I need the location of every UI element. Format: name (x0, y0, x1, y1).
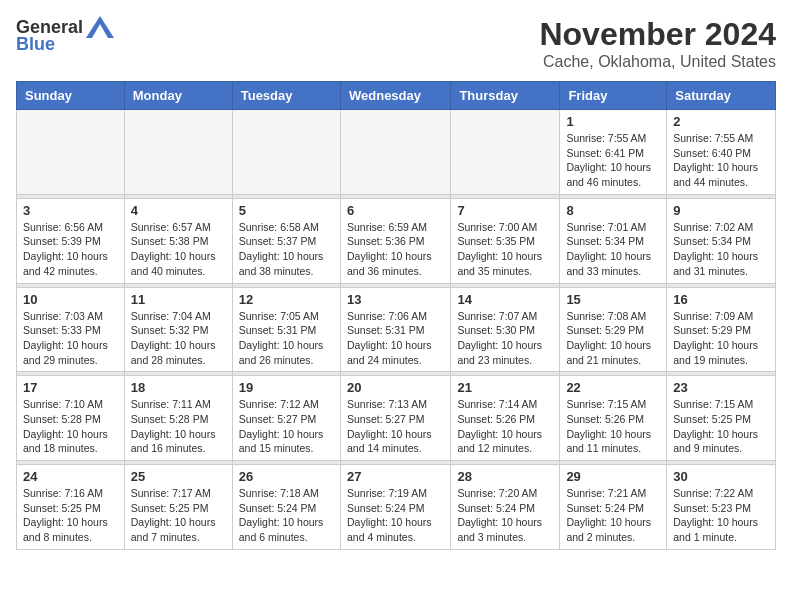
header-wednesday: Wednesday (340, 82, 450, 110)
logo: General Blue (16, 16, 114, 55)
day-info-17: Sunrise: 7:10 AM Sunset: 5:28 PM Dayligh… (23, 397, 118, 456)
calendar-cell-w3-d4: 21Sunrise: 7:14 AM Sunset: 5:26 PM Dayli… (451, 376, 560, 461)
day-info-20: Sunrise: 7:13 AM Sunset: 5:27 PM Dayligh… (347, 397, 444, 456)
calendar-cell-w3-d1: 18Sunrise: 7:11 AM Sunset: 5:28 PM Dayli… (124, 376, 232, 461)
day-number-21: 21 (457, 380, 553, 395)
day-number-12: 12 (239, 292, 334, 307)
day-number-17: 17 (23, 380, 118, 395)
calendar-cell-w0-d6: 2Sunrise: 7:55 AM Sunset: 6:40 PM Daylig… (667, 110, 776, 195)
day-number-25: 25 (131, 469, 226, 484)
day-number-11: 11 (131, 292, 226, 307)
header-saturday: Saturday (667, 82, 776, 110)
day-number-3: 3 (23, 203, 118, 218)
day-number-16: 16 (673, 292, 769, 307)
day-info-27: Sunrise: 7:19 AM Sunset: 5:24 PM Dayligh… (347, 486, 444, 545)
day-number-7: 7 (457, 203, 553, 218)
calendar-cell-w4-d2: 26Sunrise: 7:18 AM Sunset: 5:24 PM Dayli… (232, 465, 340, 550)
calendar-cell-w2-d1: 11Sunrise: 7:04 AM Sunset: 5:32 PM Dayli… (124, 287, 232, 372)
calendar-cell-w0-d1 (124, 110, 232, 195)
logo-icon (86, 16, 114, 38)
day-number-22: 22 (566, 380, 660, 395)
day-number-28: 28 (457, 469, 553, 484)
calendar-cell-w4-d4: 28Sunrise: 7:20 AM Sunset: 5:24 PM Dayli… (451, 465, 560, 550)
day-number-14: 14 (457, 292, 553, 307)
day-number-4: 4 (131, 203, 226, 218)
day-info-25: Sunrise: 7:17 AM Sunset: 5:25 PM Dayligh… (131, 486, 226, 545)
calendar-cell-w1-d5: 8Sunrise: 7:01 AM Sunset: 5:34 PM Daylig… (560, 198, 667, 283)
calendar-cell-w4-d6: 30Sunrise: 7:22 AM Sunset: 5:23 PM Dayli… (667, 465, 776, 550)
calendar-cell-w0-d5: 1Sunrise: 7:55 AM Sunset: 6:41 PM Daylig… (560, 110, 667, 195)
calendar-table: Sunday Monday Tuesday Wednesday Thursday… (16, 81, 776, 550)
calendar-cell-w1-d0: 3Sunrise: 6:56 AM Sunset: 5:39 PM Daylig… (17, 198, 125, 283)
calendar-header-row: Sunday Monday Tuesday Wednesday Thursday… (17, 82, 776, 110)
week-row-4: 24Sunrise: 7:16 AM Sunset: 5:25 PM Dayli… (17, 465, 776, 550)
calendar-cell-w0-d0 (17, 110, 125, 195)
day-number-18: 18 (131, 380, 226, 395)
day-info-5: Sunrise: 6:58 AM Sunset: 5:37 PM Dayligh… (239, 220, 334, 279)
day-number-15: 15 (566, 292, 660, 307)
calendar-cell-w1-d4: 7Sunrise: 7:00 AM Sunset: 5:35 PM Daylig… (451, 198, 560, 283)
day-number-23: 23 (673, 380, 769, 395)
day-info-7: Sunrise: 7:00 AM Sunset: 5:35 PM Dayligh… (457, 220, 553, 279)
calendar-cell-w1-d2: 5Sunrise: 6:58 AM Sunset: 5:37 PM Daylig… (232, 198, 340, 283)
day-number-29: 29 (566, 469, 660, 484)
calendar-cell-w1-d6: 9Sunrise: 7:02 AM Sunset: 5:34 PM Daylig… (667, 198, 776, 283)
header-friday: Friday (560, 82, 667, 110)
calendar-cell-w0-d2 (232, 110, 340, 195)
day-info-1: Sunrise: 7:55 AM Sunset: 6:41 PM Dayligh… (566, 131, 660, 190)
day-info-24: Sunrise: 7:16 AM Sunset: 5:25 PM Dayligh… (23, 486, 118, 545)
header-tuesday: Tuesday (232, 82, 340, 110)
day-info-4: Sunrise: 6:57 AM Sunset: 5:38 PM Dayligh… (131, 220, 226, 279)
week-row-3: 17Sunrise: 7:10 AM Sunset: 5:28 PM Dayli… (17, 376, 776, 461)
header-monday: Monday (124, 82, 232, 110)
day-info-29: Sunrise: 7:21 AM Sunset: 5:24 PM Dayligh… (566, 486, 660, 545)
day-info-13: Sunrise: 7:06 AM Sunset: 5:31 PM Dayligh… (347, 309, 444, 368)
day-number-1: 1 (566, 114, 660, 129)
calendar-cell-w1-d3: 6Sunrise: 6:59 AM Sunset: 5:36 PM Daylig… (340, 198, 450, 283)
calendar-cell-w2-d3: 13Sunrise: 7:06 AM Sunset: 5:31 PM Dayli… (340, 287, 450, 372)
calendar-cell-w0-d4 (451, 110, 560, 195)
day-info-30: Sunrise: 7:22 AM Sunset: 5:23 PM Dayligh… (673, 486, 769, 545)
day-number-24: 24 (23, 469, 118, 484)
header-sunday: Sunday (17, 82, 125, 110)
logo-blue: Blue (16, 34, 55, 55)
day-info-28: Sunrise: 7:20 AM Sunset: 5:24 PM Dayligh… (457, 486, 553, 545)
day-number-27: 27 (347, 469, 444, 484)
day-number-13: 13 (347, 292, 444, 307)
day-info-3: Sunrise: 6:56 AM Sunset: 5:39 PM Dayligh… (23, 220, 118, 279)
calendar-cell-w3-d5: 22Sunrise: 7:15 AM Sunset: 5:26 PM Dayli… (560, 376, 667, 461)
calendar-cell-w3-d2: 19Sunrise: 7:12 AM Sunset: 5:27 PM Dayli… (232, 376, 340, 461)
day-info-10: Sunrise: 7:03 AM Sunset: 5:33 PM Dayligh… (23, 309, 118, 368)
calendar-cell-w4-d3: 27Sunrise: 7:19 AM Sunset: 5:24 PM Dayli… (340, 465, 450, 550)
day-number-9: 9 (673, 203, 769, 218)
day-number-20: 20 (347, 380, 444, 395)
day-info-14: Sunrise: 7:07 AM Sunset: 5:30 PM Dayligh… (457, 309, 553, 368)
day-info-22: Sunrise: 7:15 AM Sunset: 5:26 PM Dayligh… (566, 397, 660, 456)
day-number-2: 2 (673, 114, 769, 129)
week-row-0: 1Sunrise: 7:55 AM Sunset: 6:41 PM Daylig… (17, 110, 776, 195)
day-info-11: Sunrise: 7:04 AM Sunset: 5:32 PM Dayligh… (131, 309, 226, 368)
day-info-19: Sunrise: 7:12 AM Sunset: 5:27 PM Dayligh… (239, 397, 334, 456)
day-number-30: 30 (673, 469, 769, 484)
day-info-15: Sunrise: 7:08 AM Sunset: 5:29 PM Dayligh… (566, 309, 660, 368)
calendar-cell-w2-d6: 16Sunrise: 7:09 AM Sunset: 5:29 PM Dayli… (667, 287, 776, 372)
day-number-26: 26 (239, 469, 334, 484)
day-number-6: 6 (347, 203, 444, 218)
day-info-8: Sunrise: 7:01 AM Sunset: 5:34 PM Dayligh… (566, 220, 660, 279)
calendar-title: November 2024 (539, 16, 776, 53)
day-info-16: Sunrise: 7:09 AM Sunset: 5:29 PM Dayligh… (673, 309, 769, 368)
calendar-cell-w3-d3: 20Sunrise: 7:13 AM Sunset: 5:27 PM Dayli… (340, 376, 450, 461)
calendar-cell-w4-d5: 29Sunrise: 7:21 AM Sunset: 5:24 PM Dayli… (560, 465, 667, 550)
calendar-cell-w2-d2: 12Sunrise: 7:05 AM Sunset: 5:31 PM Dayli… (232, 287, 340, 372)
calendar-cell-w4-d0: 24Sunrise: 7:16 AM Sunset: 5:25 PM Dayli… (17, 465, 125, 550)
calendar-subtitle: Cache, Oklahoma, United States (539, 53, 776, 71)
day-info-6: Sunrise: 6:59 AM Sunset: 5:36 PM Dayligh… (347, 220, 444, 279)
day-number-8: 8 (566, 203, 660, 218)
day-info-18: Sunrise: 7:11 AM Sunset: 5:28 PM Dayligh… (131, 397, 226, 456)
day-info-9: Sunrise: 7:02 AM Sunset: 5:34 PM Dayligh… (673, 220, 769, 279)
calendar-cell-w3-d0: 17Sunrise: 7:10 AM Sunset: 5:28 PM Dayli… (17, 376, 125, 461)
day-info-21: Sunrise: 7:14 AM Sunset: 5:26 PM Dayligh… (457, 397, 553, 456)
week-row-2: 10Sunrise: 7:03 AM Sunset: 5:33 PM Dayli… (17, 287, 776, 372)
calendar-cell-w3-d6: 23Sunrise: 7:15 AM Sunset: 5:25 PM Dayli… (667, 376, 776, 461)
day-number-5: 5 (239, 203, 334, 218)
